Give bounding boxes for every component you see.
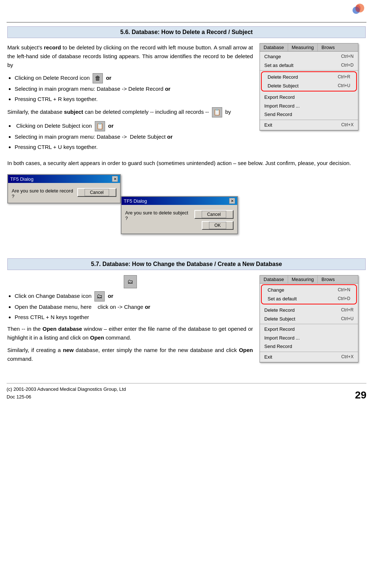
- menu-item-importrecord: Import Record ...: [260, 102, 358, 111]
- menu2-item-sendrecord: Send Record: [260, 342, 358, 351]
- menu2-section-1-highlighted: Change Ctrl+N Set as default Ctrl+D: [261, 284, 357, 304]
- delete-subject-icon2: [95, 121, 105, 131]
- dialog-delete-subject: TF5 Dialog ✕ Are you sure to delete subj…: [121, 196, 238, 234]
- database-menu-1: Database Measuring Brows Change Ctrl+N S…: [260, 43, 358, 131]
- list-item: Clicking on Delete Record icon or: [15, 73, 253, 83]
- doc-number: Doc 125-06: [7, 393, 126, 401]
- menu2-section-2: Delete Record Ctrl+R Delete Subject Ctrl…: [260, 305, 358, 324]
- menu2-header-measuring: Measuring: [288, 276, 318, 283]
- section-56-title: 5.6. Database: How to Delete a Record / …: [7, 26, 366, 38]
- section-56-para1: Mark subject's record to be deleted by c…: [7, 43, 253, 70]
- section-57-list: Click on Change Database icon or Open th…: [15, 291, 253, 322]
- section-57-para1: Then -- in the Open database window – ei…: [7, 325, 253, 342]
- page-footer: (c) 2001-2003 Advanced Medical Diagnosti…: [7, 383, 366, 401]
- menu-item-deleterecord: Delete Record Ctrl+R: [263, 73, 355, 82]
- section-56-para2: Similarly, the database subject can be d…: [7, 107, 253, 117]
- section-57-twocol: Click on Change Database icon or Open th…: [7, 275, 366, 367]
- dialog1-buttons: Cancel: [77, 188, 116, 197]
- menu2-header-database: Database: [260, 276, 288, 283]
- list-item: Clicking on Delete Subject icon or: [15, 121, 253, 131]
- section-56-list2: Clicking on Delete Subject icon or Selec…: [15, 121, 253, 151]
- logo-icon: [349, 3, 366, 20]
- section-57-para2: Similarly, if creating a new database, e…: [7, 346, 253, 363]
- dialog1-title: TF5 Dialog: [10, 176, 34, 182]
- menu2-header: Database Measuring Brows: [260, 276, 358, 284]
- list-item: Selecting in main program menu: Database…: [15, 84, 253, 94]
- menu2-header-brows: Brows: [318, 276, 338, 283]
- page-number: 29: [355, 389, 366, 401]
- dialog1-cancel-button[interactable]: Cancel: [77, 188, 116, 197]
- dialog1-titlebar: TF5 Dialog ✕: [8, 175, 120, 183]
- list-item: Open the Database menu, here click on ->…: [15, 302, 253, 312]
- dialog2-buttons: Cancel OK: [194, 210, 234, 230]
- menu-header: Database Measuring Brows: [260, 44, 358, 52]
- list-item: Press CTRL + N keys together: [15, 312, 253, 322]
- menu-item-exportrecord: Export Record: [260, 93, 358, 102]
- menu2-section-4: Exit Ctrl+X: [260, 352, 358, 363]
- change-db-icon: [124, 275, 137, 288]
- menu-item-deletesubject: Delete Subject Ctrl+U: [263, 82, 355, 90]
- dialog2-title: TF5 Dialog: [124, 198, 147, 204]
- section-56-para3: In both cases, a security alert appears …: [7, 159, 366, 168]
- dialog-delete-record: TF5 Dialog ✕ Are you sure to delete reco…: [7, 174, 121, 203]
- footer-left: (c) 2001-2003 Advanced Medical Diagnosti…: [7, 386, 126, 401]
- list-item: Click on Change Database icon or: [15, 291, 253, 302]
- menu2-item-deletesubject: Delete Subject Ctrl+U: [260, 315, 358, 323]
- menu-section-4: Exit Ctrl+X: [260, 120, 358, 131]
- menu-section-1: Change Ctrl+N Set as default Ctrl+D: [260, 52, 358, 71]
- dialog2-body: Are you sure to delete subject ? Cancel …: [122, 205, 237, 233]
- page-content: 5.6. Database: How to Delete a Record / …: [0, 23, 373, 376]
- svg-point-2: [355, 5, 361, 12]
- dialog2-titlebar: TF5 Dialog ✕: [122, 197, 237, 205]
- menu-header-database: Database: [260, 44, 288, 51]
- section-56-list1: Clicking on Delete Record icon or Select…: [15, 73, 253, 104]
- section-57: 5.7. Database: How to Change the Databas…: [7, 258, 366, 367]
- delete-record-icon: [93, 73, 103, 83]
- section-56-twocol: Mark subject's record to be deleted by c…: [7, 43, 366, 154]
- change-db-icon2: [94, 291, 105, 302]
- list-item: Pressing CTRL + R keys together.: [15, 94, 253, 104]
- menu-item-exit: Exit Ctrl+X: [260, 121, 358, 130]
- page-header: [7, 3, 366, 23]
- menu2-item-importrecord: Import Record ...: [260, 334, 358, 342]
- dialog1-close-button[interactable]: ✕: [112, 176, 118, 182]
- dialogs-container: TF5 Dialog ✕ Are you sure to delete reco…: [7, 174, 366, 247]
- dialog1-body: Are you sure to delete record ? Cancel: [8, 183, 120, 203]
- menu-header-measuring: Measuring: [288, 44, 318, 51]
- section-57-icon-area: [7, 275, 253, 288]
- menu2-item-change: Change Ctrl+N: [263, 286, 355, 295]
- menu-item-change: Change Ctrl+N: [260, 52, 358, 61]
- menu2-item-setdefault: Set as default Ctrl+D: [263, 295, 355, 303]
- bold-record: record: [44, 44, 61, 50]
- list-item: Selecting in main program menu: Database…: [15, 132, 253, 142]
- menu-header-brows: Brows: [318, 44, 338, 51]
- dialog2-close-button[interactable]: ✕: [229, 198, 235, 204]
- menu-section-3: Export Record Import Record ... Send Rec…: [260, 92, 358, 120]
- menu2-item-deleterecord: Delete Record Ctrl+R: [260, 306, 358, 315]
- copyright-text: (c) 2001-2003 Advanced Medical Diagnosti…: [7, 386, 126, 393]
- section-57-right: Database Measuring Brows Change Ctrl+N S…: [260, 275, 366, 367]
- delete-subject-icon: [212, 107, 222, 117]
- dialog2-cancel-button[interactable]: Cancel: [194, 210, 234, 219]
- section-57-left: Click on Change Database icon or Open th…: [7, 275, 253, 367]
- menu-item-setdefault: Set as default Ctrl+D: [260, 61, 358, 70]
- section-56-right: Database Measuring Brows Change Ctrl+N S…: [260, 43, 366, 154]
- dialog1-question: Are you sure to delete record ?: [12, 188, 74, 199]
- dialog2-question: Are you sure to delete subject ?: [125, 210, 191, 221]
- menu-section-2-highlighted: Delete Record Ctrl+R Delete Subject Ctrl…: [261, 71, 357, 91]
- menu2-item-exit: Exit Ctrl+X: [260, 353, 358, 362]
- dialog2-ok-button[interactable]: OK: [202, 221, 234, 230]
- section-57-title: 5.7. Database: How to Change the Databas…: [7, 258, 366, 270]
- section-56-left: Mark subject's record to be deleted by c…: [7, 43, 253, 154]
- list-item: Pressing CTRL + U keys together.: [15, 142, 253, 152]
- database-menu-2: Database Measuring Brows Change Ctrl+N S…: [260, 275, 358, 363]
- menu-item-sendrecord: Send Record: [260, 110, 358, 119]
- menu2-section-3: Export Record Import Record ... Send Rec…: [260, 324, 358, 352]
- menu2-item-exportrecord: Export Record: [260, 325, 358, 334]
